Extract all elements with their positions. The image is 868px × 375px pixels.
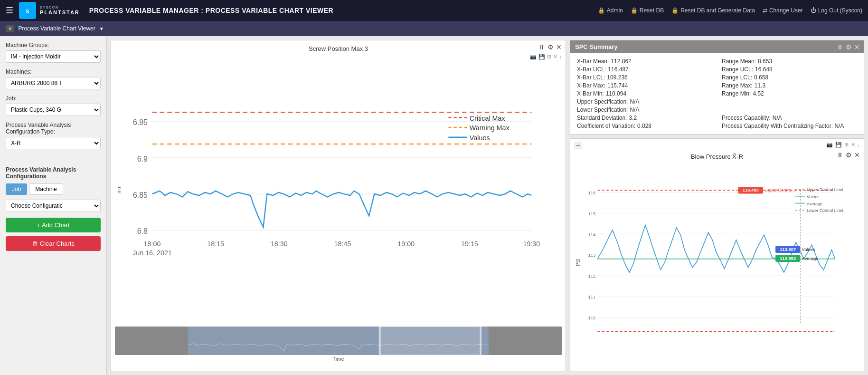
spc-settings-icon[interactable]: ⚙ — [846, 43, 852, 51]
svg-text:19:30: 19:30 — [523, 240, 540, 248]
spc-row-xbar-min: X-Bar Min: 110.094 — [577, 90, 712, 97]
spc-row-lower-spec: Lower Specification: N/A — [577, 106, 712, 113]
machine-groups-select[interactable]: IM - Injection Moldir — [6, 50, 101, 63]
spc-row-range-max: Range Max: 11.3 — [722, 82, 857, 89]
clear-charts-button[interactable]: 🗑 Clear Charts — [6, 236, 101, 251]
svg-text:111: 111 — [588, 294, 596, 299]
svg-text:19:00: 19:00 — [397, 240, 415, 248]
chart1-settings-icon[interactable]: ⚙ — [547, 43, 554, 51]
svg-text:18:30: 18:30 — [271, 240, 288, 248]
content-area: ⏸ ⚙ ✕ 📷 💾 ⊞ ✕ ↓ Screw Position Max 3 mm — [107, 36, 868, 375]
svg-text:6.8: 6.8 — [137, 227, 148, 235]
svg-text:Average: Average — [807, 202, 822, 206]
svg-text:112: 112 — [588, 273, 596, 279]
chart2-panel: 📷 💾 ⊞ ✕ ↓ − ⏸ ⚙ ✕ Blow Pressure X̄-R — [570, 138, 864, 371]
main-layout: Machine Groups: IM - Injection Moldir Ma… — [0, 36, 868, 375]
pva-title: Process Variable Analysis Configurations — [6, 166, 101, 180]
header: ☰ S SYSCON PLANTSTAR PROCESS VARIABLE MA… — [0, 0, 868, 21]
svg-text:Warning Max: Warning Max — [470, 124, 509, 132]
machines-label: Machines: — [6, 68, 101, 75]
spc-summary-body: X-Bar Mean: 112.862 Range Mean: 8.653 X-… — [570, 53, 864, 134]
chart2-y-axis-label: PSI — [574, 162, 582, 363]
svg-text:113.807: 113.807 — [780, 247, 796, 252]
tab-job[interactable]: Job — [6, 183, 27, 195]
subheader-icon: ≡ — [6, 25, 14, 32]
chart1-nav-label: Time — [115, 356, 562, 362]
chart1-y-axis-label: mm — [115, 54, 123, 325]
spc-grid: X-Bar Mean: 112.862 Range Mean: 8.653 X-… — [577, 58, 857, 129]
chart1-close-icon[interactable]: ✕ — [556, 43, 562, 51]
svg-text:6.85: 6.85 — [133, 191, 148, 199]
machines-select[interactable]: ARBURG 2000 88 T — [6, 77, 101, 89]
change-user-link[interactable]: ⇄ Change User — [763, 7, 803, 14]
chart2-download-icon[interactable]: ↓ — [858, 142, 860, 148]
subheader-title: Process Variable Chart Viewer — [18, 25, 95, 32]
svg-text:Upper Control Limit: Upper Control Limit — [807, 187, 843, 192]
chart2-controls: 📷 💾 ⊞ ✕ ↓ — [826, 142, 860, 148]
add-chart-button[interactable]: + Add Chart — [6, 218, 101, 232]
job-label: Job: — [6, 95, 101, 102]
spc-pause-icon[interactable]: ⏸ — [837, 43, 843, 51]
pv-analysis-label: Process Variable Analysis Configuration … — [6, 122, 101, 135]
sidebar: Machine Groups: IM - Injection Moldir Ma… — [0, 36, 107, 375]
chart2-close-icon[interactable]: ✕ — [854, 151, 860, 159]
subheader-chevron[interactable]: ▼ — [99, 26, 104, 31]
svg-text:112.853: 112.853 — [780, 256, 796, 261]
spc-row-range-mean: Range Mean: 8.653 — [722, 58, 857, 65]
right-panel: ⏸ ⚙ ✕ SPC Summary X-Bar Mean: 112.862 Ra… — [570, 40, 864, 371]
choose-config-select[interactable]: Choose Configuratic — [6, 200, 101, 212]
svg-text:S: S — [26, 9, 29, 14]
spc-row-xbar-lcl: X-Bar LCL: 109.236 — [577, 74, 712, 81]
svg-text:19:15: 19:15 — [461, 240, 478, 248]
tab-group: Job Machine — [6, 183, 101, 195]
svg-text:Values: Values — [807, 194, 820, 199]
svg-text:110: 110 — [588, 315, 596, 320]
spc-row-xbar-ucl: X-Bar UCL: 116.487 — [577, 66, 712, 73]
spc-row-range-lcl: Range LCL: 0.658 — [722, 74, 857, 81]
spc-summary-panel: ⏸ ⚙ ✕ SPC Summary X-Bar Mean: 112.862 Ra… — [570, 40, 864, 135]
chart1-title: Screw Position Max 3 — [115, 45, 562, 52]
reset-db-link[interactable]: 🔒 Reset DB — [631, 7, 664, 14]
svg-text:Values: Values — [470, 134, 490, 142]
spc-row-xbar-mean: X-Bar Mean: 112.862 — [577, 58, 712, 65]
chart2-title: Blow Pressure X̄-R — [574, 153, 860, 160]
svg-text:114: 114 — [588, 232, 596, 237]
chart-panel: ⏸ ⚙ ✕ 📷 💾 ⊞ ✕ ↓ Screw Position Max 3 mm — [111, 40, 566, 371]
chart2-settings-icon[interactable]: ⚙ — [846, 151, 852, 159]
spc-row-process-cap-cf: Process Capability With Centralizing Fac… — [722, 123, 857, 129]
reset-db-generate-link[interactable]: 🔒 Reset DB and Generate Data — [671, 7, 755, 14]
machine-groups-label: Machine Groups: — [6, 42, 101, 48]
chart1-controls: ⏸ ⚙ ✕ — [538, 43, 562, 51]
chart2-pause-icon[interactable]: ⏸ — [837, 151, 843, 159]
chart1-pause-icon[interactable]: ⏸ — [538, 43, 545, 51]
chart2-window-icon[interactable]: ⊞ — [844, 142, 849, 148]
spc-row-upper-spec: Upper Specification: N/A — [577, 98, 712, 105]
spc-summary-header: SPC Summary — [570, 40, 864, 53]
spc-row-std-dev: Standard Deviation: 3.2 — [577, 115, 712, 121]
subheader: ≡ Process Variable Chart Viewer ▼ — [0, 21, 868, 36]
spc-close-icon[interactable]: ✕ — [854, 43, 860, 51]
pva-section: Process Variable Analysis Configurations… — [6, 163, 101, 255]
svg-rect-29 — [480, 327, 481, 355]
job-select[interactable]: Plastic Cups, 340 G — [6, 104, 101, 116]
header-title: PROCESS VARIABLE MANAGER : PROCESS VARIA… — [89, 7, 333, 14]
tab-machine[interactable]: Machine — [29, 183, 63, 195]
svg-text:18:15: 18:15 — [207, 240, 224, 248]
hamburger-icon[interactable]: ☰ — [6, 5, 13, 16]
spc-row-xbar-max: X-Bar Max: 115.744 — [577, 82, 712, 89]
chart1-navigator[interactable] — [115, 327, 562, 355]
chart2-expand-icon[interactable]: ✕ — [851, 142, 855, 148]
header-actions: 🔒 Admin 🔒 Reset DB 🔒 Reset DB and Genera… — [598, 7, 862, 14]
chart2-minus-icon[interactable]: − — [574, 142, 582, 149]
admin-link[interactable]: 🔒 Admin — [598, 7, 623, 14]
chart2-save-icon[interactable]: 💾 — [835, 142, 842, 148]
spc-row-range-min: Range Min: 4.52 — [722, 90, 857, 97]
chart2-svg: 116 115 114 113 112 111 110 — [582, 162, 860, 363]
logout-link[interactable]: ⏻ Log Out (Syscon) — [811, 7, 862, 14]
logo: S SYSCON PLANTSTAR — [19, 2, 80, 19]
svg-text:Upper Contro...: Upper Contro... — [764, 187, 795, 192]
svg-text:18:00: 18:00 — [144, 240, 161, 248]
spc-row-process-cap: Process Capability: N/A — [722, 115, 857, 121]
pv-analysis-select[interactable]: X̄-R — [6, 137, 101, 149]
chart2-camera-icon[interactable]: 📷 — [826, 142, 833, 148]
